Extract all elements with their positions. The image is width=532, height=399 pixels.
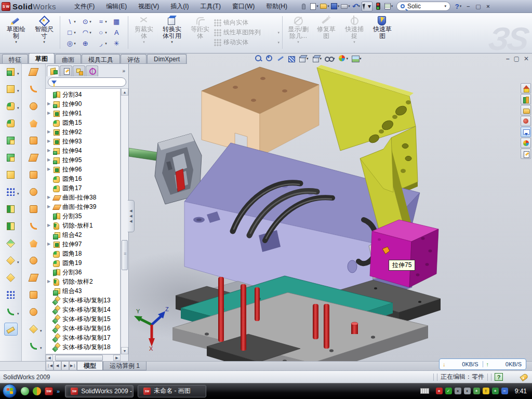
menu-item[interactable]: 文件(F) bbox=[70, 1, 99, 12]
tree-item[interactable]: ▶ 实体-移动/复制14 bbox=[46, 305, 120, 314]
expander-icon[interactable]: ▶ bbox=[47, 195, 52, 200]
tag-icon[interactable] bbox=[520, 373, 528, 381]
tray-antivirus-icon[interactable]: ✓ bbox=[445, 388, 452, 394]
tree-item[interactable]: ▶ 分割36 bbox=[46, 268, 120, 277]
toolbar-button[interactable]: ▾ bbox=[27, 65, 41, 78]
command-tab[interactable]: 特征 bbox=[2, 54, 28, 63]
doc-restore-button[interactable]: ▢ bbox=[514, 55, 520, 62]
tree-item[interactable]: ▶ 实体-移动/复制13 bbox=[46, 296, 120, 305]
expand-pane-icon[interactable]: » bbox=[122, 68, 127, 74]
toolbar-button[interactable]: ▾ bbox=[4, 305, 18, 318]
expander-icon[interactable]: ▶ bbox=[47, 223, 52, 228]
display-style-icon[interactable]: ▾ bbox=[312, 55, 322, 62]
doc-minimize-button[interactable]: – bbox=[506, 55, 510, 62]
select-tool[interactable]: ▾ bbox=[362, 2, 373, 11]
prev-tab-icon[interactable]: ◀ bbox=[54, 362, 61, 370]
keyboard-layout-icon[interactable] bbox=[420, 388, 429, 394]
tray-warning-icon[interactable]: ! bbox=[483, 388, 489, 394]
toolbar-button[interactable]: ▾ bbox=[4, 271, 18, 284]
sketch-entity-button[interactable]: A ▾ bbox=[110, 27, 125, 38]
command-button[interactable]: 等距实 体 ▾ bbox=[186, 14, 214, 51]
command-button[interactable]: 转换实 体引用 ▾ bbox=[158, 14, 186, 51]
toolbar-button[interactable]: ▾ bbox=[27, 254, 41, 267]
menu-item[interactable]: 工具(T) bbox=[196, 1, 225, 12]
save-icon[interactable]: ▾ bbox=[330, 2, 340, 11]
taskbar-clock[interactable]: 9:41 bbox=[515, 388, 527, 395]
minimize-button[interactable]: – bbox=[464, 3, 473, 10]
tree-item[interactable]: ▶ 分割35 bbox=[46, 211, 120, 221]
scene-icon[interactable]: ▾ bbox=[351, 55, 362, 62]
solidworks-shortcut-icon[interactable]: SW bbox=[45, 387, 53, 395]
tree-item[interactable]: ▶ 曲面-拉伸38 bbox=[46, 193, 120, 202]
tree-vertical-scrollbar[interactable]: ▲ ▼ bbox=[121, 88, 128, 354]
pane-splitter-handle[interactable]: ◀◀◀ bbox=[128, 200, 135, 232]
custom-properties-tab[interactable] bbox=[521, 149, 531, 159]
toolbar-button[interactable]: ▾ bbox=[4, 65, 18, 78]
tree-item[interactable]: ▶ 拉伸94 bbox=[46, 146, 120, 155]
menu-item[interactable]: 插入(I) bbox=[166, 1, 193, 12]
toolbar-button[interactable]: ▾ bbox=[4, 168, 18, 181]
toolbar-button[interactable]: ▾ bbox=[4, 220, 18, 233]
tree-item[interactable]: ▶ 圆角19 bbox=[46, 258, 120, 268]
tree-item[interactable]: ▶ 拉伸95 bbox=[46, 155, 120, 165]
tree-item[interactable]: ▶ 圆角17 bbox=[46, 183, 120, 193]
sketch-entity-button[interactable]: ◞ ▾ bbox=[94, 38, 110, 49]
tree-item[interactable]: ▶ 拉伸92 bbox=[46, 127, 120, 137]
first-tab-icon[interactable]: ❘◀ bbox=[46, 362, 54, 370]
next-tab-icon[interactable]: ▶ bbox=[61, 362, 69, 370]
scroll-left-icon[interactable]: ◀ bbox=[46, 355, 53, 361]
menu-item[interactable]: 帮助(H) bbox=[261, 1, 292, 12]
tree-horizontal-scrollbar[interactable]: ◀ ▶ bbox=[46, 354, 121, 361]
tree-item[interactable]: ▶ 拉伸93 bbox=[46, 137, 120, 146]
scroll-right-icon[interactable]: ▶ bbox=[113, 355, 121, 361]
toolbar-button[interactable]: ▾ bbox=[27, 237, 41, 250]
toolbar-button[interactable]: ▾ bbox=[27, 340, 41, 353]
tree-item[interactable]: ▶ 切除-放样1 bbox=[46, 221, 120, 230]
hide-show-items-icon[interactable]: ▾ bbox=[325, 55, 335, 62]
appearances-tab[interactable] bbox=[521, 138, 531, 148]
command-button[interactable]: 剪裁实 体 ▾ bbox=[130, 14, 158, 51]
dimxpertmanager-tab[interactable] bbox=[86, 65, 98, 76]
propertymanager-tab[interactable] bbox=[60, 65, 72, 76]
toolbar-button[interactable]: ▾ bbox=[27, 288, 41, 301]
command-tab[interactable]: 曲面 bbox=[55, 54, 81, 63]
view-orientation-icon[interactable]: ▾ bbox=[298, 55, 309, 62]
sketch-entity-button[interactable]: \ ▾ bbox=[63, 16, 78, 27]
toolbar-button[interactable]: ▾ bbox=[4, 185, 18, 198]
command-button[interactable]: 修复草 图 ▾ bbox=[312, 14, 340, 51]
featuremanager-tab[interactable] bbox=[47, 65, 59, 76]
rebuild-icon[interactable] bbox=[374, 2, 383, 11]
toolbar-button[interactable]: ▾ bbox=[4, 288, 18, 301]
new-document-icon[interactable]: ▾ bbox=[310, 2, 319, 11]
undo-icon[interactable]: ↶▾ bbox=[351, 2, 361, 11]
toolbar-button[interactable]: ▾ bbox=[4, 323, 18, 336]
sketch-entity-button[interactable]: ✳ ▾ bbox=[110, 38, 125, 49]
toolbox-tab[interactable] bbox=[521, 116, 531, 126]
command-button[interactable]: 草图绘 制 ▾ bbox=[2, 14, 30, 51]
toolbar-button[interactable]: ▾ bbox=[4, 117, 18, 130]
toolbar-button[interactable]: ▾ bbox=[4, 237, 18, 250]
command-button[interactable]: 镜向实体 ▾ bbox=[214, 18, 281, 27]
tree-item[interactable]: ▶ 切除-放样2 bbox=[46, 277, 120, 286]
close-button[interactable]: × bbox=[484, 3, 493, 10]
help-icon[interactable]: ?▾ bbox=[454, 2, 463, 11]
sketch-entity-button[interactable]: ⊙ ▾ bbox=[78, 16, 94, 27]
toolbar-button[interactable]: ▾ bbox=[27, 151, 41, 164]
command-button[interactable]: 智能尺 寸 ▾ bbox=[30, 14, 58, 51]
expander-icon[interactable]: ▶ bbox=[47, 242, 52, 247]
sketch-entity-button[interactable]: ⊕ ▾ bbox=[78, 38, 94, 49]
command-button[interactable]: 显示/删 除几... ▾ bbox=[284, 14, 312, 51]
network-speed-widget[interactable]: ↓0KB/S ↑0KB/S bbox=[439, 358, 526, 370]
tray-update-icon[interactable]: ● bbox=[455, 388, 461, 394]
expander-icon[interactable]: ▶ bbox=[47, 139, 52, 144]
menu-item[interactable]: 窗口(W) bbox=[228, 1, 259, 12]
design-library-tab[interactable] bbox=[521, 94, 531, 104]
toolbar-button[interactable]: ▾ bbox=[27, 117, 41, 130]
quick-tips-icon[interactable]: ? bbox=[495, 373, 503, 381]
tree-item[interactable]: ▶ 组合43 bbox=[46, 286, 120, 296]
sketch-entity-button[interactable]: ≈ ▾ bbox=[94, 16, 110, 27]
expander-icon[interactable]: ▶ bbox=[47, 157, 52, 163]
graphics-viewport[interactable]: Y Z X 拉伸75 bbox=[129, 54, 532, 361]
expander-icon[interactable]: ▶ bbox=[47, 111, 52, 116]
doc-tab[interactable]: 运动算例 1 bbox=[103, 362, 147, 370]
